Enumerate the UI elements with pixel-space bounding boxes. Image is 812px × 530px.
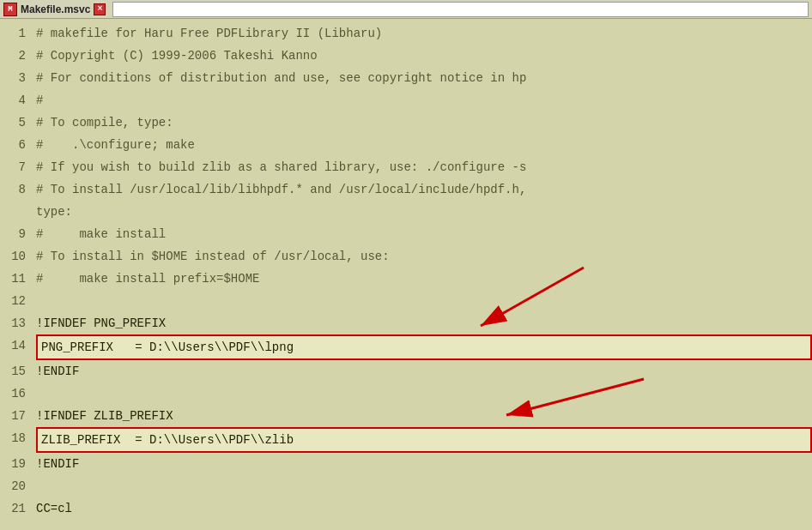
line-number: 18 <box>0 427 36 449</box>
line-text: # makefile for Haru Free PDFLibrary II (… <box>36 22 812 45</box>
line-text: PNG_PREFIX = D:\\Users\\PDF\\lpng <box>36 334 812 360</box>
titlebar: M Makefile.msvc × <box>0 0 812 19</box>
code-line-3: 3# For conditions of distribution and us… <box>0 67 812 89</box>
line-number: 4 <box>0 89 36 111</box>
code-line-21: 21CC=cl <box>0 497 812 520</box>
line-text: # If you wish to build zlib as a shared … <box>36 156 812 178</box>
line-text: # .\configure; make <box>36 134 812 156</box>
line-number: 9 <box>0 223 36 245</box>
code-line-11: 11# make install prefix=$HOME <box>0 268 812 290</box>
code-line-4: 4# <box>0 89 812 111</box>
line-number: 20 <box>0 475 36 497</box>
titlebar-filename: Makefile.msvc <box>21 3 90 15</box>
line-text: # To install in $HOME instead of /usr/lo… <box>36 245 812 268</box>
code-line-16: 16 <box>0 382 812 405</box>
code-line-8: 8# To install /usr/local/lib/libhpdf.* a… <box>0 178 812 201</box>
code-line-17: 17!IFNDEF ZLIB_PREFIX <box>0 405 812 427</box>
code-line-12: 12 <box>0 290 812 312</box>
code-line-15: 15!ENDIF <box>0 360 812 382</box>
line-number: 16 <box>0 382 36 405</box>
line-number: 8 <box>0 178 36 201</box>
code-line-14: 14PNG_PREFIX = D:\\Users\\PDF\\lpng <box>0 334 812 360</box>
address-bar[interactable] <box>112 2 809 17</box>
code-line-5: 5# To compile, type: <box>0 111 812 134</box>
line-number: 17 <box>0 405 36 427</box>
code-line-6: 6# .\configure; make <box>0 134 812 156</box>
line-number: 7 <box>0 156 36 178</box>
code-line-2: 2# Copyright (C) 1999-2006 Takeshi Kanno <box>0 45 812 67</box>
file-icon: M <box>3 3 17 16</box>
code-line-7: 7# If you wish to build zlib as a shared… <box>0 156 812 178</box>
line-number: 11 <box>0 268 36 290</box>
line-text: # make install <box>36 223 812 245</box>
line-text: # Copyright (C) 1999-2006 Takeshi Kanno <box>36 45 812 67</box>
line-number: 1 <box>0 22 36 45</box>
code-line-1: 1# makefile for Haru Free PDFLibrary II … <box>0 22 812 45</box>
line-number: 14 <box>0 334 36 357</box>
line-number: 2 <box>0 45 36 67</box>
line-number: 12 <box>0 290 36 312</box>
code-editor: 1# makefile for Haru Free PDFLibrary II … <box>0 19 812 530</box>
line-number: 19 <box>0 453 36 475</box>
line-number: 10 <box>0 245 36 268</box>
line-number: 3 <box>0 67 36 89</box>
line-number: 15 <box>0 360 36 382</box>
line-text: # make install prefix=$HOME <box>36 268 812 290</box>
code-line-13: 13!IFNDEF PNG_PREFIX <box>0 312 812 334</box>
code-line-8b: type: <box>0 201 812 223</box>
code-line-10: 10# To install in $HOME instead of /usr/… <box>0 245 812 268</box>
line-text: # To compile, type: <box>36 111 812 134</box>
line-text: !ENDIF <box>36 360 812 382</box>
line-text: ZLIB_PREFIX = D:\\Users\\PDF\\zlib <box>36 427 812 453</box>
line-text: !ENDIF <box>36 453 812 475</box>
line-text: !IFNDEF PNG_PREFIX <box>36 312 812 334</box>
line-text: # For conditions of distribution and use… <box>36 67 812 89</box>
code-line-18: 18ZLIB_PREFIX = D:\\Users\\PDF\\zlib <box>0 427 812 453</box>
code-line-19: 19!ENDIF <box>0 453 812 475</box>
close-button[interactable]: × <box>94 3 106 15</box>
code-line-20: 20 <box>0 475 812 497</box>
line-text: CC=cl <box>36 497 812 520</box>
line-text: # To install /usr/local/lib/libhpdf.* an… <box>36 178 812 201</box>
line-number: 5 <box>0 111 36 134</box>
line-number: 21 <box>0 497 36 520</box>
line-number: 6 <box>0 134 36 156</box>
line-text: type: <box>36 201 812 223</box>
line-text: !IFNDEF ZLIB_PREFIX <box>36 405 812 427</box>
line-text: # <box>36 89 812 111</box>
line-number: 13 <box>0 312 36 334</box>
code-line-9: 9# make install <box>0 223 812 245</box>
